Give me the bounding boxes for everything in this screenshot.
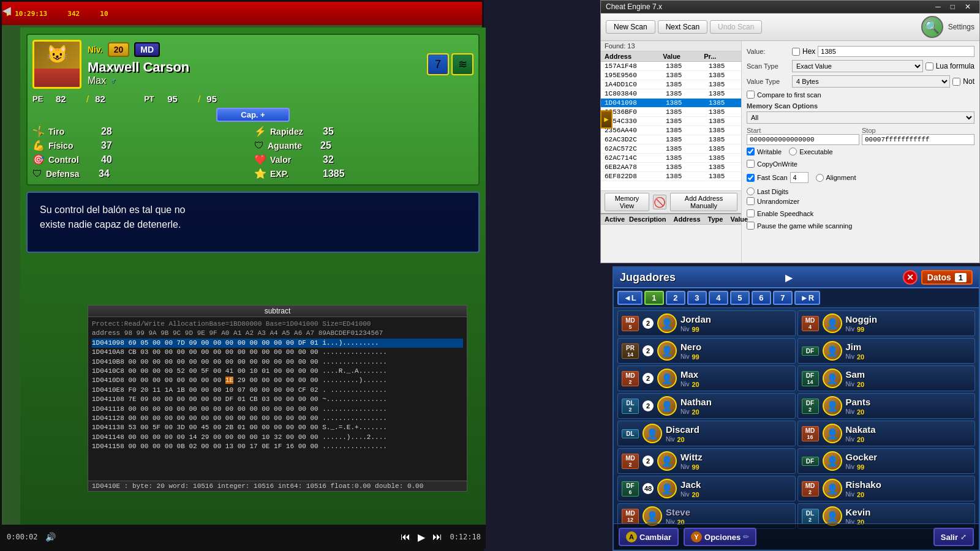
y-button-icon: Y — [691, 531, 702, 542]
ce-body: Found: 13 Address Value Pr... 157A1F4813… — [601, 41, 979, 263]
memory-view-button[interactable]: Memory View — [605, 193, 649, 211]
table-row[interactable]: 23536BF013851385 — [601, 108, 741, 117]
player-num-badge: 2 — [643, 345, 654, 356]
scan-type-select[interactable]: Exact Value — [792, 60, 923, 72]
next-scan-button[interactable]: Next Scan — [658, 20, 707, 34]
table-row-selected[interactable]: 1D04109813851385 — [601, 99, 741, 108]
ce-minimize-btn[interactable]: ─ — [932, 2, 944, 11]
back-arrow-button[interactable]: ◀ — [2, 4, 11, 17]
pause-scan-checkbox[interactable] — [747, 222, 755, 230]
new-scan-button[interactable]: New Scan — [606, 20, 655, 34]
value-input[interactable] — [818, 46, 974, 57]
table-row[interactable]: 1A4DD1C013851385 — [601, 80, 741, 89]
table-row[interactable]: 1C80384013851385 — [601, 89, 741, 99]
media-next-btn[interactable]: ⏭ — [432, 531, 442, 542]
hex-label: Hex — [802, 47, 815, 56]
media-prev-btn[interactable]: ⏮ — [401, 531, 410, 542]
not-checkbox[interactable] — [952, 78, 960, 86]
writable-checkbox[interactable] — [747, 148, 755, 156]
table-row[interactable]: 2354C33013851385 — [601, 117, 741, 126]
list-item[interactable]: PR14 2 👤 Nero Niv 99 — [617, 338, 796, 364]
nav-btn-3[interactable]: 3 — [687, 291, 707, 305]
fast-scan-checkbox[interactable] — [747, 174, 755, 182]
add-address-button[interactable]: Add Address Manually — [670, 193, 737, 211]
unrandomizer-checkbox[interactable] — [747, 197, 755, 205]
list-item[interactable]: MD4 👤 Noggin Niv 99 — [797, 310, 976, 336]
nav-btn-2[interactable]: 2 — [666, 291, 685, 305]
player-name: Nathan — [680, 397, 791, 407]
memory-view-bar: Memory View 🚫 Add Address Manually — [601, 190, 741, 213]
executable-radio[interactable] — [789, 148, 797, 156]
table-row[interactable]: 195E956013851385 — [601, 71, 741, 80]
compare-first-checkbox[interactable] — [747, 91, 755, 99]
list-item[interactable]: MD5 2 👤 Jordan Niv 99 — [617, 310, 796, 336]
y-opciones-button[interactable]: Y Opciones ✏ — [684, 528, 756, 546]
ce-maximize-btn[interactable]: □ — [947, 2, 959, 11]
list-item[interactable]: DF14 👤 Sam Niv 20 — [797, 365, 976, 391]
pencil-icon: ✏ — [743, 533, 749, 541]
start-address-input[interactable] — [747, 134, 859, 145]
undo-scan-button[interactable]: Undo Scan — [710, 20, 762, 34]
start-stop-grid: Start Stop — [747, 127, 974, 145]
list-item[interactable]: DF6 48 👤 Jack Niv 20 — [617, 476, 796, 501]
table-row[interactable]: 6EF822D813851385 — [601, 172, 741, 181]
players-arrow-icon: ▶ — [785, 272, 793, 283]
nav-btn-4[interactable]: 4 — [709, 291, 728, 305]
ce-results-list[interactable]: 157A1F4813851385 195E956013851385 1A4DD1… — [601, 62, 741, 190]
volume-icon[interactable]: 🔊 — [45, 532, 56, 542]
settings-label[interactable]: Settings — [948, 23, 974, 31]
fast-scan-input[interactable] — [790, 172, 809, 183]
no-icon[interactable]: 🚫 — [653, 195, 666, 209]
table-row[interactable]: 157A1F4813851385 — [601, 62, 741, 71]
game-bottom-bar: 0:00:02 🔊 ⏮ ▶ ⏭ 0:12:18 — [2, 525, 486, 549]
nav-btn-l[interactable]: ◄L — [617, 291, 643, 305]
ce-close-btn[interactable]: ✕ — [961, 2, 974, 11]
table-row[interactable]: 2356AA4013851385 — [601, 126, 741, 135]
table-row[interactable]: 62AC3D2C13851385 — [601, 135, 741, 144]
alignment-radio[interactable] — [816, 174, 824, 182]
list-item[interactable]: MD2 2 👤 Wittz Niv 99 — [617, 448, 796, 474]
nav-btn-r[interactable]: ►R — [794, 291, 820, 305]
a-cambiar-button[interactable]: A Cambiar — [619, 528, 679, 546]
player-avatar: 👤 — [657, 451, 677, 471]
nav-btn-7[interactable]: 7 — [773, 291, 793, 305]
player-avatar: 👤 — [823, 313, 842, 333]
right-nav-arrow[interactable]: ► — [600, 110, 612, 129]
stop-address-input[interactable] — [862, 134, 974, 145]
list-item[interactable]: MD2 👤 Rishako Niv 20 — [797, 476, 976, 501]
lua-formula-checkbox[interactable] — [925, 62, 933, 70]
list-item[interactable]: DF 👤 Gocker Niv 99 — [797, 448, 976, 474]
list-item[interactable]: MD16 👤 Nakata Niv 20 — [797, 421, 976, 446]
list-item[interactable]: DL2 2 👤 Nathan Niv 20 — [617, 393, 796, 419]
nav-btn-1[interactable]: 1 — [644, 291, 664, 305]
player-num-badge: 2 — [643, 400, 654, 411]
nav-btn-5[interactable]: 5 — [730, 291, 750, 305]
alignment-row: Fast Scan Alignment — [747, 172, 974, 185]
cap-button[interactable]: Cap. + — [216, 108, 290, 122]
media-play-btn[interactable]: ▶ — [418, 531, 425, 543]
speedhack-checkbox[interactable] — [747, 209, 755, 217]
list-item[interactable]: DF2 👤 Pants Niv 20 — [797, 393, 976, 419]
writable-executable-row: Writable Executable — [747, 148, 974, 157]
player-name: Max — [680, 369, 791, 380]
memory-scan-select[interactable]: All — [747, 111, 974, 124]
memory-view-window: subtract Protect:Read/Write AllocationBa… — [88, 305, 467, 492]
list-item[interactable]: MD2 2 👤 Max Niv 20 — [617, 365, 796, 391]
hex-checkbox[interactable] — [792, 48, 800, 56]
salir-button[interactable]: Salir ⤢ — [933, 528, 974, 546]
value-type-select[interactable]: 4 Bytes — [792, 75, 950, 88]
pause-scan-row: Pause the game while scanning — [747, 222, 974, 230]
table-row[interactable]: 62AC714C13851385 — [601, 154, 741, 163]
last-digits-radio[interactable] — [747, 187, 755, 195]
nav-btn-6[interactable]: 6 — [752, 291, 771, 305]
list-item[interactable]: DF 👤 Jim Niv 20 — [797, 338, 976, 364]
close-icon[interactable]: ✕ — [903, 270, 918, 285]
cambiar-label: Cambiar — [639, 533, 671, 542]
speedhack-row: Enable Speedhack — [747, 209, 974, 219]
character-avatar: 😺 — [32, 40, 81, 89]
pt-max: 95 — [206, 94, 231, 104]
copyonwrite-checkbox[interactable] — [747, 160, 755, 168]
list-item[interactable]: DL 👤 Discard Niv 20 — [617, 421, 796, 446]
table-row[interactable]: 62AC572C13851385 — [601, 144, 741, 154]
table-row[interactable]: 6EB2AA7813851385 — [601, 163, 741, 172]
